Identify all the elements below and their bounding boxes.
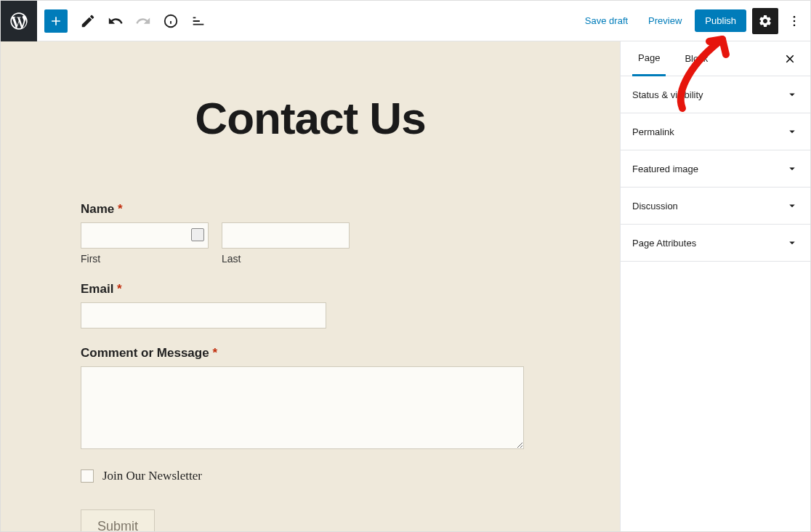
editor-toolbar: Save draft Preview Publish: [1, 1, 810, 41]
plus-icon: [49, 14, 63, 28]
canvas-scroll[interactable]: Contact Us Name * First: [1, 41, 620, 531]
redo-icon: [135, 13, 151, 29]
last-name-input[interactable]: [222, 222, 350, 249]
pencil-icon: [80, 13, 96, 29]
svg-point-4: [794, 20, 796, 22]
chevron-down-icon: [786, 162, 799, 175]
panel-featured-image[interactable]: Featured image: [621, 150, 810, 188]
name-label: Name *: [81, 202, 531, 217]
add-block-button[interactable]: [44, 9, 68, 33]
more-menu-button[interactable]: [784, 8, 804, 34]
dots-vertical-icon: [787, 14, 802, 28]
newsletter-row: Join Our Newsletter: [81, 469, 531, 483]
chevron-down-icon: [786, 125, 799, 138]
contact-form: Name * First Last: [81, 202, 531, 531]
close-icon: [783, 52, 796, 65]
last-sublabel: Last: [222, 253, 350, 265]
page-title[interactable]: Contact Us: [30, 92, 591, 144]
panel-permalink[interactable]: Permalink: [621, 113, 810, 150]
undo-button[interactable]: [102, 8, 129, 34]
settings-sidebar: Page Block Status & visibility Permalink…: [620, 41, 810, 531]
wordpress-icon: [9, 11, 29, 31]
close-sidebar-button[interactable]: [781, 50, 799, 68]
svg-point-5: [794, 24, 796, 26]
undo-icon: [108, 13, 124, 29]
outline-button[interactable]: [185, 8, 211, 34]
svg-point-3: [794, 15, 796, 17]
panel-page-attributes[interactable]: Page Attributes: [621, 225, 810, 262]
required-mark: *: [117, 282, 122, 296]
page-canvas: Contact Us Name * First: [1, 41, 620, 531]
newsletter-label: Join Our Newsletter: [102, 469, 202, 483]
chevron-down-icon: [786, 88, 799, 101]
required-mark: *: [212, 346, 217, 360]
wordpress-logo[interactable]: [1, 1, 37, 41]
panel-discussion[interactable]: Discussion: [621, 188, 810, 225]
comment-field: Comment or Message *: [81, 346, 531, 451]
name-row: First Last: [81, 222, 531, 265]
panel-label: Page Attributes: [632, 238, 696, 249]
list-icon: [190, 13, 206, 29]
email-label: Email *: [81, 282, 531, 297]
panel-label: Featured image: [632, 164, 698, 174]
email-input[interactable]: [81, 302, 326, 329]
comment-label: Comment or Message *: [81, 346, 531, 360]
chevron-down-icon: [786, 199, 799, 212]
first-sublabel: First: [81, 253, 209, 265]
redo-button[interactable]: [130, 8, 156, 34]
gear-icon: [758, 14, 772, 28]
required-mark: *: [118, 202, 123, 216]
settings-button[interactable]: [752, 8, 778, 34]
contact-card-icon: [191, 228, 204, 241]
save-draft-button[interactable]: Save draft: [578, 11, 635, 31]
tab-block[interactable]: Block: [679, 41, 714, 76]
email-field: Email *: [81, 282, 531, 329]
sidebar-tabs: Page Block: [621, 41, 810, 76]
panel-label: Status & visibility: [632, 89, 703, 100]
toolbar-right: Save draft Preview Publish: [578, 8, 804, 34]
first-name-input[interactable]: [81, 222, 209, 249]
panel-label: Permalink: [632, 126, 674, 137]
edit-tool-button[interactable]: [75, 8, 101, 34]
chevron-down-icon: [786, 236, 799, 249]
name-field: Name * First Last: [81, 202, 531, 265]
panel-status-visibility[interactable]: Status & visibility: [621, 76, 810, 113]
publish-button[interactable]: Publish: [695, 9, 746, 32]
newsletter-checkbox[interactable]: [81, 469, 94, 483]
info-button[interactable]: [158, 8, 184, 34]
preview-button[interactable]: Preview: [641, 11, 689, 31]
toolbar-left: [7, 7, 211, 36]
info-icon: [163, 13, 179, 29]
submit-button[interactable]: Submit: [81, 509, 155, 531]
comment-textarea[interactable]: [81, 366, 524, 449]
editor-layout: Contact Us Name * First: [1, 41, 810, 531]
tab-page[interactable]: Page: [632, 41, 666, 76]
panel-label: Discussion: [632, 201, 678, 211]
canvas-wrap: Contact Us Name * First: [1, 41, 620, 531]
